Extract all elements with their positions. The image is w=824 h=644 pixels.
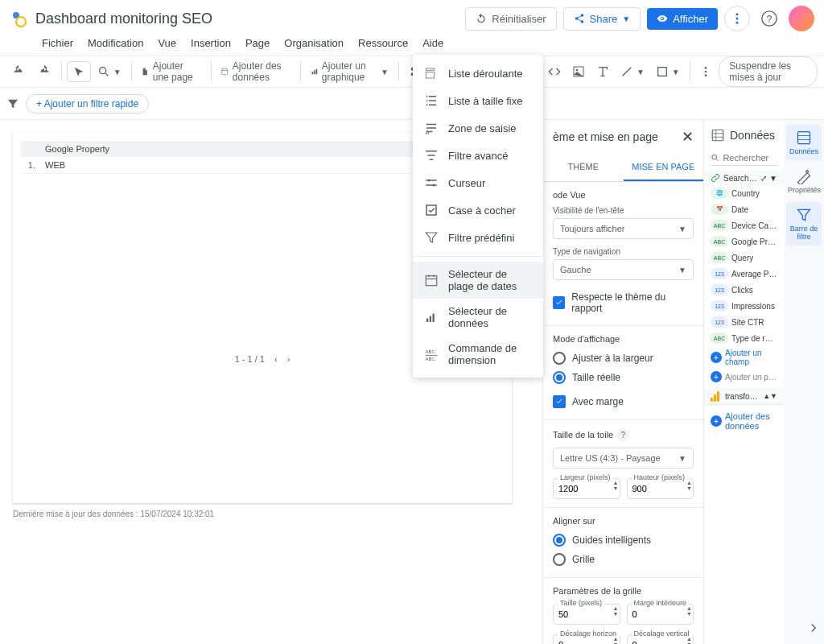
embed-tool[interactable] — [543, 62, 566, 81]
tab-theme[interactable]: THÈME — [543, 154, 624, 181]
svg-rect-11 — [316, 69, 318, 75]
menu-vue[interactable]: Vue — [151, 34, 183, 52]
menu-insertion[interactable]: Insertion — [184, 34, 237, 52]
field-row[interactable]: ABCQuery — [704, 250, 784, 266]
menu-modification[interactable]: Modification — [81, 34, 150, 52]
dd-item-checkbox[interactable]: Case à cocher — [413, 196, 543, 224]
undo-tool[interactable] — [6, 61, 31, 82]
avatar[interactable] — [789, 6, 814, 31]
add-filter-chip[interactable]: + Ajouter un filtre rapide — [26, 94, 149, 114]
dd-item-advfilter[interactable]: Filtre avancé — [413, 142, 543, 169]
stepper-icon[interactable]: ▲▼ — [686, 480, 692, 491]
add-param-link[interactable]: +Ajouter un paramètre — [704, 369, 784, 385]
image-tool[interactable] — [567, 62, 590, 81]
grid-radio[interactable]: Grille — [553, 550, 694, 569]
help-button[interactable]: ? — [756, 6, 782, 31]
suspend-updates-button[interactable]: Suspendre les mises à jour — [719, 56, 818, 87]
advfilter-icon — [424, 148, 439, 163]
pager-next[interactable]: › — [287, 354, 290, 364]
nav-type-select[interactable]: Gauche▼ — [553, 259, 694, 280]
shape-tool[interactable]: ▼ — [651, 62, 685, 81]
with-margin-check[interactable]: Avec marge — [553, 392, 694, 411]
line-tool[interactable]: ▼ — [616, 62, 649, 81]
rail-properties[interactable]: Propriétés — [786, 163, 822, 199]
more-vert-icon — [730, 11, 744, 26]
zoom-tool[interactable]: ▼ — [93, 62, 126, 81]
svg-text:A: A — [426, 129, 430, 136]
dd-item-dataselect[interactable]: Sélecteur de données — [413, 299, 543, 336]
header-visibility-select[interactable]: Toujours afficher▼ — [553, 218, 694, 239]
menu-page[interactable]: Page — [239, 34, 276, 52]
close-panel-icon[interactable]: ✕ — [682, 128, 694, 146]
share-button[interactable]: Share▼ — [563, 7, 641, 31]
rail-data[interactable]: Données — [786, 125, 822, 160]
cursor-tool[interactable] — [67, 61, 91, 82]
actual-size-radio[interactable]: Taille réelle — [553, 368, 694, 387]
dd-item-slider[interactable]: Curseur — [413, 169, 543, 196]
more-button[interactable] — [724, 6, 750, 31]
help-icon[interactable]: ? — [616, 428, 629, 441]
canvas-size-select[interactable]: Lettre US (4:3) - Paysage▼ — [553, 448, 694, 469]
fit-width-radio[interactable]: Ajuster à la largeur — [553, 349, 694, 368]
dd-item-fixedlist[interactable]: Liste à taille fixe — [413, 87, 543, 114]
svg-point-28 — [433, 184, 435, 187]
data-source-row[interactable]: Search Console htt...⤢ ▼ — [704, 171, 784, 185]
add-chart-tool[interactable]: Ajouter un graphique▼ — [306, 57, 393, 86]
data-search[interactable] — [711, 151, 777, 166]
doc-title[interactable]: Dashboard monitoring SEO — [35, 10, 465, 27]
dd-item-dimension[interactable]: ABCABCCommande de dimension — [413, 336, 543, 373]
toolbar: ▼ Ajouter une page Ajouter des données A… — [0, 56, 824, 88]
field-row[interactable]: 📅Date — [704, 201, 784, 217]
field-type-badge: ABC — [711, 332, 728, 344]
redo-tool[interactable] — [32, 61, 56, 82]
list-icon — [424, 66, 439, 80]
rail-filterbar[interactable]: Barre de filtre — [786, 202, 822, 246]
smart-guides-radio[interactable]: Guides intelligents — [553, 530, 694, 550]
dimension-icon: ABCABC — [424, 347, 439, 361]
menu-ressource[interactable]: Ressource — [352, 34, 414, 52]
right-rail: Données Propriétés Barre de filtre — [784, 120, 824, 644]
stepper-icon[interactable]: ▲▼ — [613, 480, 619, 491]
text-tool[interactable] — [591, 62, 614, 81]
menu-fichier[interactable]: Fichier — [35, 34, 80, 52]
view-button[interactable]: Afficher — [647, 8, 718, 30]
svg-point-7 — [99, 68, 105, 74]
reset-button[interactable]: Réinitialiser — [465, 7, 556, 31]
menu-aide[interactable]: Aide — [416, 34, 450, 52]
add-page-tool[interactable]: Ajouter une page — [136, 57, 205, 86]
field-type-badge: 123 — [711, 316, 728, 328]
tab-layout[interactable]: MISE EN PAGE — [624, 154, 704, 181]
menu-organisation[interactable]: Organisation — [278, 34, 350, 52]
data-source-row-2[interactable]: transfonumerique....▲▼ — [704, 388, 784, 404]
field-row[interactable]: ABCDevice Category — [704, 217, 784, 233]
respect-theme-check[interactable]: Respecte le thème du rapport — [553, 288, 694, 317]
dd-item-input[interactable]: AZone de saisie — [413, 114, 543, 142]
dd-item-daterange[interactable]: Sélecteur de plage de dates — [413, 262, 543, 299]
field-row[interactable]: 123Impressions — [704, 298, 784, 314]
svg-point-16 — [576, 69, 579, 72]
field-row[interactable]: 🌐Country — [704, 185, 784, 201]
data-title: Données — [730, 129, 775, 142]
panel-title: ème et mise en page — [553, 130, 658, 143]
add-data-tool[interactable]: Ajouter des données — [216, 57, 295, 86]
filter-icon[interactable] — [6, 97, 19, 110]
toolbar-more[interactable] — [694, 62, 717, 81]
input-icon: A — [424, 121, 439, 135]
main: Google Property Clicks▼ 1. WEB 138 1 - 1… — [0, 120, 824, 644]
add-field-link[interactable]: +Ajouter un champ — [704, 346, 784, 369]
selector-dropdown: Liste déroulanteListe à taille fixeAZone… — [413, 55, 543, 378]
field-row[interactable]: 123Site CTR — [704, 314, 784, 330]
field-row[interactable]: 123Average Position — [704, 266, 784, 282]
dd-item-list[interactable]: Liste déroulante — [413, 60, 543, 87]
field-row[interactable]: ABCType de recherche — [704, 330, 784, 346]
plus-icon: + — [711, 415, 722, 427]
properties-panel: ème et mise en page ✕ THÈME MISE EN PAGE… — [542, 120, 703, 644]
eye-icon — [657, 13, 668, 24]
dd-item-preset[interactable]: Filtre prédéfini — [413, 224, 543, 251]
expand-icon[interactable] — [806, 621, 821, 638]
field-row[interactable]: ABCGoogle Property — [704, 233, 784, 250]
pager-prev[interactable]: ‹ — [274, 354, 278, 364]
add-data-footer[interactable]: +Ajouter des données — [704, 404, 784, 437]
field-row[interactable]: 123Clicks — [704, 282, 784, 298]
svg-rect-9 — [312, 72, 314, 74]
